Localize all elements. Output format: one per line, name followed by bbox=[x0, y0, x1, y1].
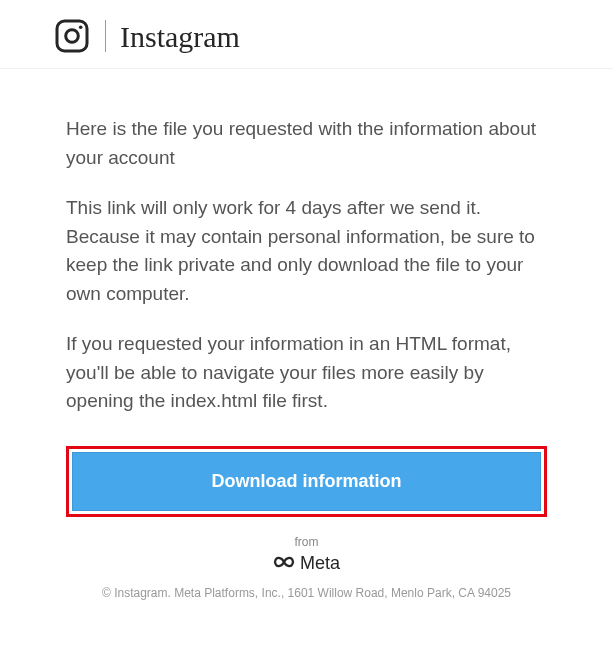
from-label: from bbox=[66, 535, 547, 549]
download-highlight-box: Download information bbox=[66, 446, 547, 517]
footer: from Meta © Instagram. Meta Platforms, I… bbox=[66, 535, 547, 600]
meta-brand-text: Meta bbox=[300, 553, 340, 574]
instagram-wordmark: Instagram bbox=[120, 20, 240, 52]
content-area: Here is the file you requested with the … bbox=[0, 69, 613, 600]
svg-point-2 bbox=[79, 26, 83, 30]
copyright-text: © Instagram. Meta Platforms, Inc., 1601 … bbox=[66, 586, 547, 600]
meta-infinity-icon bbox=[273, 553, 295, 574]
svg-rect-0 bbox=[57, 21, 87, 51]
header-divider bbox=[105, 20, 106, 52]
download-information-button[interactable]: Download information bbox=[72, 452, 541, 511]
meta-brand: Meta bbox=[273, 553, 340, 574]
svg-point-1 bbox=[66, 30, 79, 43]
header: Instagram bbox=[0, 0, 613, 69]
instagram-glyph-icon bbox=[54, 18, 90, 54]
intro-paragraph: Here is the file you requested with the … bbox=[66, 115, 547, 172]
format-paragraph: If you requested your information in an … bbox=[66, 330, 547, 416]
warning-paragraph: This link will only work for 4 days afte… bbox=[66, 194, 547, 308]
